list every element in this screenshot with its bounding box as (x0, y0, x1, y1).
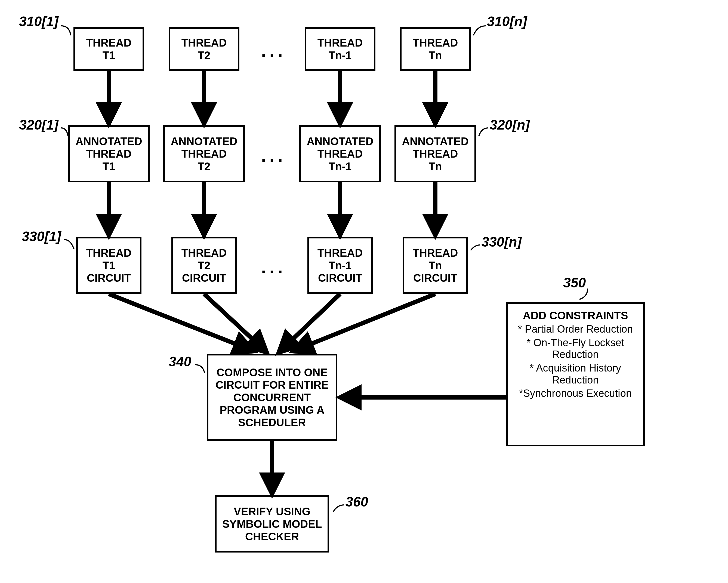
thread-t1-text: THREAD T1 (86, 36, 132, 61)
annotated-tn-text: ANNOTATED THREAD Tn (402, 135, 468, 173)
constraints-box: ADD CONSTRAINTS * Partial Order Reductio… (506, 302, 645, 446)
label-340: 340 (169, 354, 191, 370)
svg-line-10 (282, 294, 340, 350)
compose-box: COMPOSE INTO ONE CIRCUIT FOR ENTIRE CONC… (207, 354, 337, 441)
label-360: 360 (345, 494, 368, 510)
ellipsis-row1: ... (261, 41, 286, 61)
label-310-1: 310[1] (19, 14, 58, 29)
constraints-list: * Partial Order Reduction * On-The-Fly L… (510, 323, 641, 400)
annotated-t1-box: ANNOTATED THREAD T1 (68, 125, 150, 182)
circuit-t2-box: THREAD T2 CIRCUIT (172, 237, 237, 294)
thread-tnm1-box: THREAD Tn-1 (305, 27, 375, 71)
annotated-t2-text: ANNOTATED THREAD T2 (171, 135, 237, 173)
constraint-item-1: * On-The-Fly Lockset Reduction (510, 337, 641, 361)
label-330-n: 330[n] (482, 234, 521, 250)
svg-line-11 (296, 294, 435, 350)
ellipsis-row2: ... (261, 146, 286, 166)
thread-tn-box: THREAD Tn (400, 27, 471, 71)
svg-line-9 (204, 294, 264, 350)
annotated-tnm1-box: ANNOTATED THREAD Tn-1 (299, 125, 381, 182)
constraints-title: ADD CONSTRAINTS (523, 309, 628, 322)
label-320-1: 320[1] (19, 117, 58, 133)
thread-t2-box: THREAD T2 (169, 27, 239, 71)
svg-line-8 (109, 294, 250, 350)
constraint-item-3: *Synchronous Execution (510, 387, 641, 400)
verify-text: VERIFY USING SYMBOLIC MODEL CHECKER (222, 505, 322, 543)
circuit-t1-box: THREAD T1 CIRCUIT (76, 237, 141, 294)
circuit-t2-text: THREAD T2 CIRCUIT (181, 247, 227, 284)
annotated-t2-box: ANNOTATED THREAD T2 (163, 125, 245, 182)
annotated-tn-box: ANNOTATED THREAD Tn (394, 125, 476, 182)
label-310-n: 310[n] (487, 14, 527, 29)
ellipsis-row3: ... (261, 257, 286, 277)
label-320-n: 320[n] (490, 117, 530, 133)
thread-t1-box: THREAD T1 (74, 27, 144, 71)
thread-t2-text: THREAD T2 (181, 36, 227, 61)
circuit-tn-text: THREAD Tn CIRCUIT (413, 247, 458, 284)
verify-box: VERIFY USING SYMBOLIC MODEL CHECKER (215, 496, 329, 553)
thread-tn-text: THREAD Tn (413, 36, 458, 61)
circuit-tnm1-text: THREAD Tn-1 CIRCUIT (317, 247, 363, 284)
circuit-t1-text: THREAD T1 CIRCUIT (86, 247, 132, 284)
annotated-tnm1-text: ANNOTATED THREAD Tn-1 (307, 135, 373, 173)
label-350: 350 (563, 275, 586, 291)
label-330-1: 330[1] (22, 229, 61, 245)
constraint-item-2: * Acquisition History Reduction (510, 362, 641, 386)
thread-tnm1-text: THREAD Tn-1 (317, 36, 363, 61)
annotated-t1-text: ANNOTATED THREAD T1 (75, 135, 142, 173)
compose-text: COMPOSE INTO ONE CIRCUIT FOR ENTIRE CONC… (215, 366, 329, 429)
circuit-tnm1-box: THREAD Tn-1 CIRCUIT (307, 237, 373, 294)
constraint-item-0: * Partial Order Reduction (510, 323, 641, 335)
circuit-tn-box: THREAD Tn CIRCUIT (402, 237, 468, 294)
